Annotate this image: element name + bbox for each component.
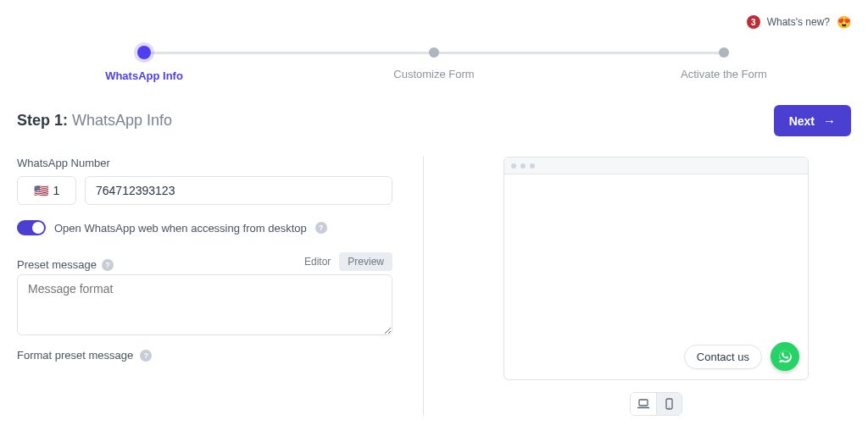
step-activate-form[interactable]: Activate the Form bbox=[656, 46, 792, 82]
mobile-preview-button[interactable] bbox=[656, 393, 682, 415]
preset-label-text: Preset message bbox=[17, 258, 97, 271]
preview-panel: Contact us bbox=[461, 157, 851, 416]
step-prefix: Step 1: bbox=[17, 112, 68, 129]
step-dot-icon bbox=[137, 46, 151, 59]
next-button[interactable]: Next → bbox=[774, 105, 851, 136]
contact-widget[interactable]: Contact us bbox=[684, 342, 799, 371]
step-customize-form[interactable]: Customize Form bbox=[366, 46, 502, 82]
preview-body: Contact us bbox=[504, 174, 808, 379]
tab-editor[interactable]: Editor bbox=[296, 252, 339, 271]
window-dot-icon bbox=[511, 163, 516, 169]
toggle-label: Open WhatsApp web when accessing from de… bbox=[54, 222, 307, 235]
device-preview-toggle bbox=[630, 392, 682, 416]
step-label: Customize Form bbox=[393, 68, 474, 80]
svg-rect-0 bbox=[639, 400, 648, 406]
preset-message-label: Preset message ? bbox=[17, 258, 114, 271]
desktop-preview-button[interactable] bbox=[631, 393, 656, 415]
toggle-knob bbox=[32, 222, 44, 234]
laptop-icon bbox=[637, 399, 649, 409]
browser-chrome bbox=[504, 157, 808, 174]
step-label: WhatsApp Info bbox=[105, 69, 183, 82]
notification-badge: 3 bbox=[747, 15, 760, 29]
help-icon[interactable]: ? bbox=[140, 350, 152, 362]
mobile-icon bbox=[665, 398, 673, 410]
next-button-label: Next bbox=[789, 114, 815, 128]
help-icon[interactable]: ? bbox=[315, 222, 327, 234]
format-hint-text: Format preset message bbox=[17, 349, 133, 362]
step-whatsapp-info[interactable]: WhatsApp Info bbox=[76, 46, 212, 82]
flag-icon: 🇺🇸 bbox=[34, 184, 48, 197]
window-dot-icon bbox=[530, 163, 535, 169]
heart-eyes-icon: 😍 bbox=[837, 15, 851, 29]
step-name: WhatsApp Info bbox=[72, 112, 172, 129]
page-header: Step 1: WhatsApp Info Next → bbox=[17, 105, 851, 136]
svg-point-2 bbox=[669, 406, 670, 407]
browser-preview: Contact us bbox=[504, 157, 809, 380]
phone-number-input[interactable] bbox=[85, 176, 392, 205]
preset-message-textarea[interactable] bbox=[17, 274, 392, 335]
country-code-select[interactable]: 🇺🇸 1 bbox=[17, 176, 76, 205]
arrow-right-icon: → bbox=[823, 113, 836, 128]
wizard-stepper: WhatsApp Info Customize Form Activate th… bbox=[76, 46, 792, 86]
window-dot-icon bbox=[520, 163, 526, 169]
step-label: Activate the Form bbox=[681, 68, 767, 80]
step-dot-icon bbox=[719, 47, 729, 58]
preset-mode-tabs: Editor Preview bbox=[296, 252, 392, 271]
settings-panel: WhatsApp Number 🇺🇸 1 Open WhatsApp web w… bbox=[17, 157, 424, 416]
whatsapp-icon[interactable] bbox=[771, 342, 799, 371]
help-icon[interactable]: ? bbox=[102, 259, 114, 271]
whats-new-button[interactable]: 3 Whats's new? 😍 bbox=[747, 15, 851, 29]
step-dot-icon bbox=[429, 47, 439, 58]
whatsapp-number-label: WhatsApp Number bbox=[17, 157, 392, 169]
page-title: Step 1: WhatsApp Info bbox=[17, 112, 172, 130]
contact-us-label: Contact us bbox=[684, 345, 762, 369]
format-preset-link[interactable]: Format preset message ? bbox=[17, 349, 392, 362]
whats-new-label: Whats's new? bbox=[767, 16, 830, 28]
country-code-text: 1 bbox=[53, 184, 60, 197]
tab-preview[interactable]: Preview bbox=[339, 252, 392, 271]
open-web-toggle[interactable] bbox=[17, 220, 46, 235]
